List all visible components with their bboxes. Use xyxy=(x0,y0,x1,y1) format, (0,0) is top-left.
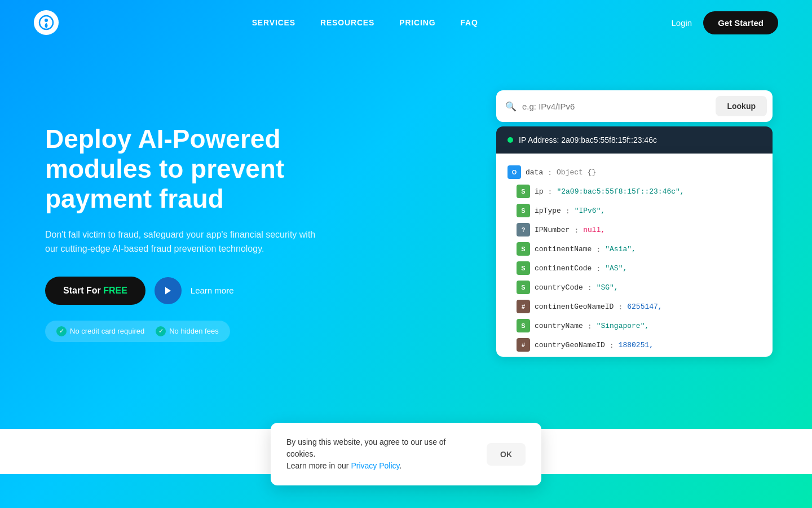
field-colon: : xyxy=(596,264,601,273)
field-colon: : xyxy=(596,245,601,253)
field-badge: S xyxy=(517,281,530,294)
ok-button[interactable]: OK xyxy=(487,443,526,466)
ip-status-dot xyxy=(508,137,513,143)
hero-badges: ✓ No credit card required ✓ No hidden fe… xyxy=(45,321,230,342)
nav-links: SERVICES RESOURCES PRICING FAQ xyxy=(252,17,478,28)
nav-pricing[interactable]: PRICING xyxy=(399,18,435,27)
json-field-row: # continentGeoNameID : 6255147, xyxy=(517,297,767,316)
json-field-row: S countryName : "Singapore", xyxy=(517,316,767,335)
json-root-colon: : xyxy=(548,168,552,177)
ip-address-label: IP Address: 2a09:bac5:55f8:15f::23:46c xyxy=(519,135,657,144)
hero-actions: Start For FREE Learn more xyxy=(45,277,383,305)
badge-o: O xyxy=(508,165,521,179)
badge-label-1: No credit card required xyxy=(70,327,144,335)
ip-label-text: IP Address: xyxy=(519,135,559,144)
navbar: SERVICES RESOURCES PRICING FAQ Login Get… xyxy=(0,0,812,45)
field-key: countryCode xyxy=(535,283,583,292)
json-field-row: # countryGeoNameID : 1880251, xyxy=(517,335,767,354)
nav-resources[interactable]: RESOURCES xyxy=(320,18,374,27)
hero-title: Deploy AI-Powered modules to prevent pay… xyxy=(45,124,383,214)
field-colon: : xyxy=(588,322,592,330)
logo-icon xyxy=(34,10,59,35)
svg-point-1 xyxy=(45,19,48,22)
logo[interactable] xyxy=(34,10,59,35)
ip-address-value: 2a09:bac5:55f8:15f::23:46c xyxy=(561,135,657,144)
play-button[interactable] xyxy=(155,277,182,304)
json-field-row: ? IPNumber : null, xyxy=(517,220,767,239)
start-button[interactable]: Start For FREE xyxy=(45,277,145,305)
cookie-text: By using this website, you agree to our … xyxy=(286,436,475,472)
login-button[interactable]: Login xyxy=(671,18,692,28)
cookie-period: . xyxy=(400,461,402,470)
field-colon: : xyxy=(566,207,570,215)
lookup-button[interactable]: Lookup xyxy=(716,96,767,116)
field-colon: : xyxy=(610,341,614,349)
field-badge: S xyxy=(517,242,530,256)
json-field-row: S ipType : "IPv6", xyxy=(517,201,767,220)
hero-subtitle: Don't fall victim to fraud, safeguard yo… xyxy=(45,227,316,256)
privacy-policy-link[interactable]: Privacy Policy xyxy=(351,461,399,470)
nav-services[interactable]: SERVICES xyxy=(252,18,295,27)
hero-section: Deploy AI-Powered modules to prevent pay… xyxy=(0,45,812,429)
field-key: IPNumber xyxy=(535,226,570,234)
json-root-val: Object {} xyxy=(557,168,596,177)
field-key: ip xyxy=(535,187,544,196)
json-children: S ip : "2a09:bac5:55f8:15f::23:46c", S i… xyxy=(505,182,767,354)
field-value: "Singapore", xyxy=(597,322,650,330)
field-key: continentGeoNameID xyxy=(535,303,614,311)
field-badge: S xyxy=(517,185,530,198)
json-field-row: S ip : "2a09:bac5:55f8:15f::23:46c", xyxy=(517,182,767,201)
field-badge: S xyxy=(517,319,530,332)
field-badge: S xyxy=(517,261,530,275)
json-field-row: S countryCode : "SG", xyxy=(517,278,767,297)
check-icon-1: ✓ xyxy=(56,326,67,336)
json-field-row: S continentName : "Asia", xyxy=(517,239,767,259)
nav-faq[interactable]: FAQ xyxy=(460,18,478,27)
free-label: FREE xyxy=(103,286,127,295)
badge-label-2: No hidden fees xyxy=(169,327,218,335)
ip-lookup-widget: 🔍 Lookup IP Address: 2a09:bac5:55f8:15f:… xyxy=(496,90,773,357)
field-colon: : xyxy=(574,226,579,234)
hero-left: Deploy AI-Powered modules to prevent pay… xyxy=(45,79,383,342)
search-bar: 🔍 Lookup xyxy=(496,90,773,122)
badge-no-credit-card: ✓ No credit card required xyxy=(56,326,144,336)
field-value: "AS", xyxy=(605,264,627,273)
field-value: "2a09:bac5:55f8:15f::23:46c", xyxy=(557,187,684,196)
field-badge: # xyxy=(517,338,530,352)
ip-bar: IP Address: 2a09:bac5:55f8:15f::23:46c xyxy=(496,126,773,154)
nav-right: Login Get Started xyxy=(671,11,778,34)
field-badge: # xyxy=(517,300,530,313)
json-field-row: S continentCode : "AS", xyxy=(517,259,767,278)
field-colon: : xyxy=(588,283,592,292)
badge-no-hidden-fees: ✓ No hidden fees xyxy=(156,326,218,336)
search-icon: 🔍 xyxy=(505,101,517,112)
field-key: countryGeoNameID xyxy=(535,341,605,349)
learn-more-link[interactable]: Learn more xyxy=(191,286,234,295)
hero-right: 🔍 Lookup IP Address: 2a09:bac5:55f8:15f:… xyxy=(496,79,778,357)
check-icon-2: ✓ xyxy=(156,326,166,336)
field-badge: S xyxy=(517,204,530,217)
field-key: continentName xyxy=(535,245,592,253)
field-key: ipType xyxy=(535,207,561,215)
field-value: "SG", xyxy=(597,283,619,292)
start-label-text: Start For xyxy=(63,286,103,295)
json-panel: O data : Object {} S ip : "2a09:bac5:55f… xyxy=(496,154,773,357)
field-colon: : xyxy=(618,303,623,311)
field-badge: ? xyxy=(517,223,530,237)
field-value: "IPv6", xyxy=(575,207,606,215)
json-root-key: data xyxy=(526,168,543,177)
field-key: continentCode xyxy=(535,264,592,273)
cookie-banner: By using this website, you agree to our … xyxy=(271,423,541,485)
get-started-button[interactable]: Get Started xyxy=(703,11,778,34)
json-root-row: O data : Object {} xyxy=(505,163,767,182)
field-value: 6255147, xyxy=(627,303,662,311)
field-key: countryName xyxy=(535,322,583,330)
field-value: 1880251, xyxy=(619,341,654,349)
field-value: "Asia", xyxy=(605,245,636,253)
search-input[interactable] xyxy=(522,102,710,111)
field-value: null, xyxy=(583,226,605,234)
field-colon: : xyxy=(548,187,553,196)
json-more-indicator xyxy=(505,354,767,357)
